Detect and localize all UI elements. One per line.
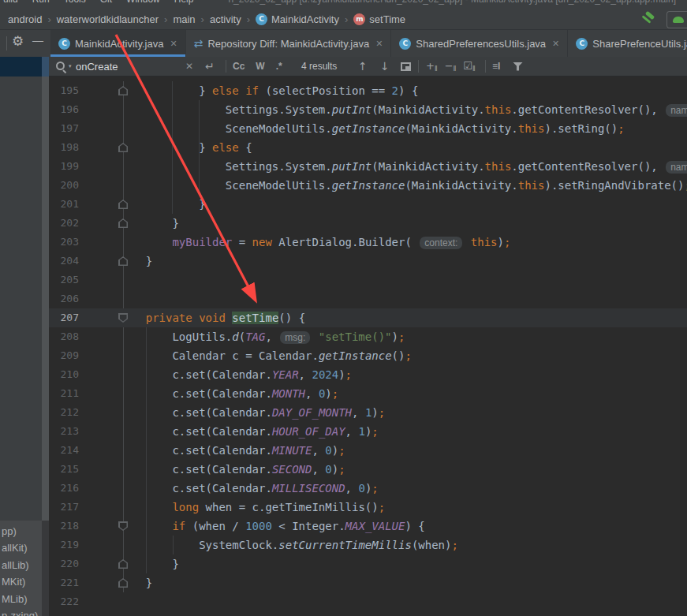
- fold-expand-icon[interactable]: [118, 521, 128, 531]
- line-number[interactable]: 212: [49, 403, 79, 422]
- left-panel-item[interactable]: allLib): [2, 557, 47, 573]
- line-number[interactable]: 200: [49, 176, 79, 195]
- breadcrumb-item-waterworldkidlauncher[interactable]: waterworldkidlauncher: [57, 13, 159, 25]
- line-number[interactable]: 196: [49, 100, 79, 119]
- left-panel-item[interactable]: MLib): [2, 591, 47, 607]
- close-tab-icon[interactable]: ✕: [170, 39, 177, 49]
- code-line[interactable]: 215 c.set(Calendar.SECOND, 0);: [49, 460, 687, 479]
- open-in-find-window-icon[interactable]: [401, 57, 411, 76]
- menu-item[interactable]: Help: [174, 0, 194, 5]
- line-number[interactable]: 205: [49, 271, 79, 289]
- code-line[interactable]: 195 } else if (selectPosition == 2) {: [49, 81, 687, 100]
- code-line[interactable]: 207 private void setTime() {: [49, 308, 687, 327]
- code-line[interactable]: 211 c.set(Calendar.MONTH, 0);: [49, 384, 687, 403]
- code-line[interactable]: 220 }: [49, 554, 687, 573]
- insert-newline-icon[interactable]: ↵: [205, 57, 215, 76]
- line-number[interactable]: 207: [49, 308, 79, 327]
- line-number[interactable]: 215: [49, 460, 79, 479]
- line-number[interactable]: 220: [49, 554, 79, 573]
- code-line[interactable]: 201 }: [49, 195, 687, 214]
- line-number[interactable]: 201: [49, 195, 79, 214]
- code-line[interactable]: 218 if (when / 1000 < Integer.MAX_VALUE)…: [49, 517, 687, 536]
- build-hammer-icon[interactable]: [640, 12, 655, 28]
- breadcrumb-item-mainkidactivity[interactable]: CMainkidActivity: [256, 13, 339, 25]
- code-line[interactable]: 213 c.set(Calendar.HOUR_OF_DAY, 1);: [49, 422, 687, 441]
- line-number[interactable]: 216: [49, 479, 79, 498]
- code-line[interactable]: 209 Calendar c = Calendar.getInstance();: [49, 346, 687, 365]
- line-number[interactable]: 211: [49, 384, 79, 403]
- menu-item[interactable]: Window: [126, 0, 160, 5]
- line-number[interactable]: 198: [49, 138, 79, 157]
- left-panel-item[interactable]: MKit): [2, 573, 47, 590]
- code-line[interactable]: 200 SceneModelUtils.getInstance(MainkidA…: [49, 176, 687, 195]
- previous-occurrence-icon[interactable]: ↑: [358, 57, 368, 76]
- clear-search-icon[interactable]: ✕: [185, 57, 193, 76]
- fold-collapse-icon[interactable]: [118, 200, 128, 209]
- menu-item[interactable]: Run: [32, 0, 50, 5]
- add-occurrence-button[interactable]: +II: [426, 60, 437, 73]
- line-number[interactable]: 213: [49, 422, 79, 441]
- search-icon[interactable]: ▾: [55, 57, 72, 76]
- gear-icon[interactable]: ⚙: [12, 33, 24, 49]
- match-case-toggle[interactable]: Cc: [233, 61, 245, 72]
- next-occurrence-icon[interactable]: ↓: [380, 57, 390, 76]
- breadcrumb-item-activity[interactable]: activity: [210, 13, 241, 25]
- fold-collapse-icon[interactable]: [118, 218, 128, 228]
- line-number[interactable]: 197: [49, 119, 79, 138]
- menu-item[interactable]: uild: [3, 0, 18, 5]
- tab-repository-diff-mainkidactivity-java[interactable]: ⇄Repository Diff: MainkidActivity.java✕: [186, 30, 392, 57]
- regex-toggle[interactable]: .*: [276, 61, 282, 72]
- code-line[interactable]: 203 myBuilder = new AlertDialog.Builder(…: [49, 233, 687, 252]
- fold-collapse-icon[interactable]: [118, 256, 128, 266]
- close-tab-icon[interactable]: ✕: [375, 39, 383, 49]
- filter-icon[interactable]: [513, 57, 523, 76]
- code-line[interactable]: 208 LogUtils.d(TAG, msg: "setTime()");: [49, 327, 687, 346]
- tab-shareprefenceutils-java[interactable]: CSharePrefenceUtils.java✕: [568, 30, 687, 57]
- code-line[interactable]: 206: [49, 289, 687, 308]
- line-number[interactable]: 209: [49, 346, 79, 365]
- line-number[interactable]: 203: [49, 233, 79, 252]
- fold-collapse-icon[interactable]: [118, 578, 128, 588]
- left-panel-item[interactable]: p-zxing): [2, 607, 47, 616]
- line-number[interactable]: 214: [49, 441, 79, 460]
- fold-expand-icon[interactable]: [118, 313, 128, 323]
- run-device-button[interactable]: [666, 11, 687, 28]
- left-panel-item[interactable]: allKit): [2, 539, 47, 556]
- line-number[interactable]: 204: [49, 252, 79, 271]
- breadcrumb-item-settime[interactable]: msetTime: [353, 13, 405, 25]
- fold-collapse-icon[interactable]: [118, 143, 128, 152]
- code-line[interactable]: 217 long when = c.getTimeInMillis();: [49, 498, 687, 517]
- line-number[interactable]: 206: [49, 289, 79, 308]
- line-number[interactable]: 217: [49, 498, 79, 517]
- left-panel-selected-row[interactable]: [0, 57, 42, 77]
- hide-panel-icon[interactable]: —: [32, 34, 43, 47]
- line-number[interactable]: 202: [49, 214, 79, 233]
- search-input[interactable]: onCreate: [76, 57, 118, 76]
- code-line[interactable]: 205: [49, 271, 687, 289]
- line-number[interactable]: 195: [49, 81, 79, 100]
- line-number[interactable]: 221: [49, 573, 79, 592]
- code-line[interactable]: 212 c.set(Calendar.DAY_OF_MONTH, 1);: [49, 403, 687, 422]
- breadcrumb-item-main[interactable]: main: [173, 13, 195, 25]
- code-line[interactable]: 210 c.set(Calendar.YEAR, 2024);: [49, 365, 687, 384]
- code-line[interactable]: 204 }: [49, 252, 687, 271]
- code-line[interactable]: 196 Settings.System.putInt(MainkidActivi…: [49, 100, 687, 119]
- left-panel-scroll-strip[interactable]: [42, 77, 49, 521]
- code-line[interactable]: 202 }: [49, 214, 687, 233]
- left-panel-item[interactable]: pp): [2, 523, 47, 539]
- line-number[interactable]: 219: [49, 536, 79, 554]
- line-number[interactable]: 210: [49, 365, 79, 384]
- line-number[interactable]: 199: [49, 157, 79, 176]
- menu-item[interactable]: Tools: [64, 0, 86, 5]
- code-line[interactable]: 214 c.set(Calendar.MINUTE, 0);: [49, 441, 687, 460]
- line-number[interactable]: 222: [49, 592, 79, 611]
- breadcrumb-item-android[interactable]: android: [8, 13, 42, 25]
- close-tab-icon[interactable]: ✕: [552, 39, 559, 49]
- code-line[interactable]: 199 Settings.System.putInt(MainkidActivi…: [49, 157, 687, 176]
- fold-collapse-icon[interactable]: [118, 86, 128, 95]
- code-line[interactable]: 197 SceneModelUtils.getInstance(MainkidA…: [49, 119, 687, 138]
- code-line[interactable]: 221 }: [49, 573, 687, 592]
- code-line[interactable]: 222: [49, 592, 687, 611]
- search-in-selection-icon[interactable]: ≡I: [492, 57, 500, 76]
- words-toggle[interactable]: W: [256, 61, 264, 72]
